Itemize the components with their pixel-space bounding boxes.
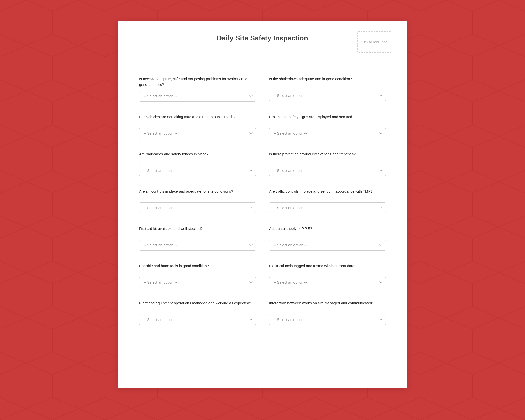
question-select-11[interactable]: -- Select an option -- Yes No N/A — [139, 277, 256, 288]
question-label-3: Site vehicles are not taking mud and dir… — [139, 114, 256, 125]
question-block-5: Are barricades and safety fences in plac… — [134, 146, 262, 183]
question-select-1[interactable]: -- Select an option -- Yes No N/A — [139, 91, 256, 102]
question-block-14: Interaction between works on site manage… — [262, 295, 391, 333]
question-label-9: First aid kit available and well stocked… — [139, 226, 256, 237]
question-label-14: Interaction between works on site manage… — [269, 301, 386, 311]
question-block-6: Is there protection around excavations a… — [262, 146, 391, 183]
question-label-5: Are barricades and safety fences in plac… — [139, 151, 256, 162]
question-select-2[interactable]: -- Select an option -- Yes No N/A — [269, 90, 386, 101]
question-block-7: Are silt controls in place and adequate … — [134, 183, 262, 221]
question-label-11: Portable and hand tools in good conditio… — [139, 263, 256, 274]
question-select-7[interactable]: -- Select an option -- Yes No N/A — [139, 202, 256, 213]
question-block-9: First aid kit available and well stocked… — [134, 221, 262, 258]
form-container: Daily Site Safety Inspection Click to ad… — [118, 21, 407, 388]
question-label-10: Adequate supply of P.P.E? — [269, 226, 386, 237]
question-label-4: Project and safety signs are displayed a… — [269, 114, 386, 125]
question-label-7: Are silt controls in place and adequate … — [139, 189, 256, 199]
question-label-12: Electrical tools tagged and tested withi… — [269, 263, 386, 274]
logo-placeholder[interactable]: Click to add Logo — [357, 32, 391, 52]
question-block-10: Adequate supply of P.P.E? -- Select an o… — [262, 221, 391, 258]
question-block-1: Is access adequate, safe and not posing … — [134, 71, 262, 109]
question-select-6[interactable]: -- Select an option -- Yes No N/A — [269, 165, 386, 176]
question-block-11: Portable and hand tools in good conditio… — [134, 258, 262, 295]
question-select-12[interactable]: -- Select an option -- Yes No N/A — [269, 277, 386, 288]
question-block-4: Project and safety signs are displayed a… — [262, 109, 391, 146]
question-select-8[interactable]: -- Select an option -- Yes No N/A — [269, 202, 386, 213]
question-block-3: Site vehicles are not taking mud and dir… — [134, 109, 262, 146]
question-label-13: Plant and equipment operations managed a… — [139, 301, 256, 311]
question-select-4[interactable]: -- Select an option -- Yes No N/A — [269, 128, 386, 139]
form-header: Daily Site Safety Inspection Click to ad… — [134, 32, 391, 58]
question-select-13[interactable]: -- Select an option -- Yes No N/A — [139, 314, 256, 325]
question-select-10[interactable]: -- Select an option -- Yes No N/A — [269, 240, 386, 251]
question-label-6: Is there protection around excavations a… — [269, 151, 386, 162]
question-block-2: Is the shakedown adequate and in good co… — [262, 71, 391, 109]
form-title: Daily Site Safety Inspection — [168, 32, 357, 42]
question-select-5[interactable]: -- Select an option -- Yes No N/A — [139, 165, 256, 176]
question-select-3[interactable]: -- Select an option -- Yes No N/A — [139, 128, 256, 139]
question-label-2: Is the shakedown adequate and in good co… — [269, 76, 386, 87]
logo-placeholder-text: Click to add Logo — [361, 40, 387, 44]
question-select-9[interactable]: -- Select an option -- Yes No N/A — [139, 240, 256, 251]
questions-grid: Is access adequate, safe and not posing … — [134, 71, 391, 333]
question-label-1: Is access adequate, safe and not posing … — [139, 76, 256, 87]
question-select-14[interactable]: -- Select an option -- Yes No N/A — [269, 314, 386, 325]
question-block-13: Plant and equipment operations managed a… — [134, 295, 262, 333]
question-block-12: Electrical tools tagged and tested withi… — [262, 258, 391, 295]
question-block-8: Are traffic controls in place and set up… — [262, 183, 391, 221]
question-label-8: Are traffic controls in place and set up… — [269, 189, 386, 199]
